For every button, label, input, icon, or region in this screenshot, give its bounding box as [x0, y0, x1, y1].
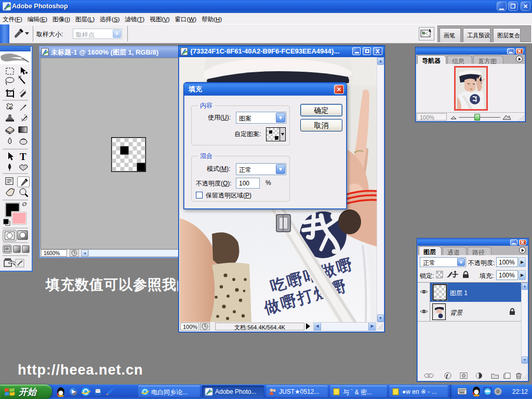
svg-text:T: T — [20, 151, 26, 162]
